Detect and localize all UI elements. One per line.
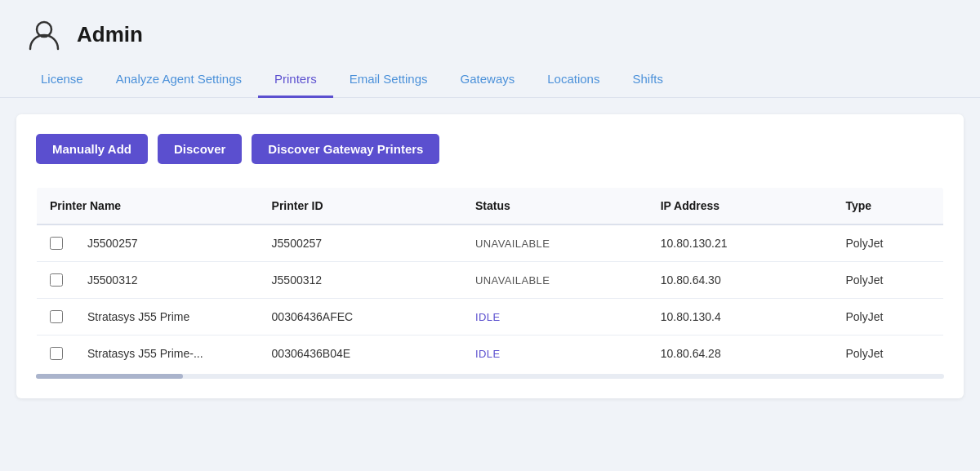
printer-id-2: 00306436AFEC xyxy=(272,310,354,323)
printer-id-0: J5500257 xyxy=(272,237,323,250)
cell-id-1: J5500312 xyxy=(259,262,462,299)
cell-id-0: J5500257 xyxy=(259,224,462,262)
row-checkbox-2[interactable] xyxy=(50,310,63,323)
col-header-type: Type xyxy=(832,188,943,225)
cell-ip-3: 10.80.64.28 xyxy=(648,335,833,372)
tab-email-settings[interactable]: Email Settings xyxy=(333,62,444,98)
printer-name-3: Stratasys J55 Prime-... xyxy=(87,347,203,360)
printer-name-1: J5500312 xyxy=(87,273,138,287)
action-buttons: Manually Add Discover Discover Gateway P… xyxy=(36,134,944,164)
table-row: J5500312 J5500312 UNAVAILABLE 10.80.64.3… xyxy=(37,262,944,299)
page-wrapper: Admin License Analyze Agent Settings Pri… xyxy=(0,0,980,471)
cell-status-0: UNAVAILABLE xyxy=(462,224,648,262)
printer-ip-2: 10.80.130.4 xyxy=(661,310,721,323)
main-content: Manually Add Discover Discover Gateway P… xyxy=(16,114,964,398)
cell-id-2: 00306436AFEC xyxy=(259,299,462,335)
printer-id-1: J5500312 xyxy=(272,273,323,287)
row-checkbox-1[interactable] xyxy=(50,273,63,287)
cell-status-3: IDLE xyxy=(462,335,648,372)
cell-ip-2: 10.80.130.4 xyxy=(648,299,833,335)
tab-gateways[interactable]: Gateways xyxy=(444,62,532,98)
discover-button[interactable]: Discover xyxy=(158,134,242,164)
table-row: J5500257 J5500257 UNAVAILABLE 10.80.130.… xyxy=(37,224,944,262)
scrollbar-thumb[interactable] xyxy=(36,374,183,379)
user-icon xyxy=(24,15,64,54)
cell-type-2: PolyJet xyxy=(832,299,943,335)
tab-analyze-agent-settings[interactable]: Analyze Agent Settings xyxy=(100,62,258,98)
printer-status-1: UNAVAILABLE xyxy=(475,274,550,287)
printer-status-2: IDLE xyxy=(475,311,500,323)
cell-name-1: J5500312 xyxy=(37,262,259,299)
scrollbar-track[interactable] xyxy=(36,374,944,379)
printer-ip-1: 10.80.64.30 xyxy=(661,273,721,287)
printer-status-3: IDLE xyxy=(475,348,500,360)
printer-type-0: PolyJet xyxy=(845,237,883,250)
printer-ip-3: 10.80.64.28 xyxy=(661,347,721,360)
printer-ip-0: 10.80.130.21 xyxy=(661,237,728,250)
cell-name-3: Stratasys J55 Prime-... xyxy=(37,335,259,372)
table-body: J5500257 J5500257 UNAVAILABLE 10.80.130.… xyxy=(37,224,944,372)
table-header: Printer Name Printer ID Status IP Addres… xyxy=(37,188,944,225)
printer-status-0: UNAVAILABLE xyxy=(475,238,550,250)
cell-id-3: 00306436B04E xyxy=(259,335,462,372)
cell-type-1: PolyJet xyxy=(832,262,943,299)
printer-name-0: J5500257 xyxy=(87,237,138,250)
tab-license[interactable]: License xyxy=(24,62,100,98)
col-header-id: Printer ID xyxy=(259,188,462,225)
discover-gateway-button[interactable]: Discover Gateway Printers xyxy=(252,134,439,164)
printer-type-2: PolyJet xyxy=(845,310,883,323)
table-row: Stratasys J55 Prime-... 00306436B04E IDL… xyxy=(37,335,944,372)
cell-type-0: PolyJet xyxy=(832,224,943,262)
cell-name-0: J5500257 xyxy=(37,224,259,262)
page-title: Admin xyxy=(77,22,143,47)
cell-ip-0: 10.80.130.21 xyxy=(648,224,833,262)
col-header-ip: IP Address xyxy=(648,188,833,225)
manually-add-button[interactable]: Manually Add xyxy=(36,134,148,164)
table-row: Stratasys J55 Prime 00306436AFEC IDLE 10… xyxy=(37,299,944,335)
cell-type-3: PolyJet xyxy=(832,335,943,372)
cell-ip-1: 10.80.64.30 xyxy=(648,262,833,299)
tab-shifts[interactable]: Shifts xyxy=(616,62,679,98)
col-header-name: Printer Name xyxy=(37,188,259,225)
col-header-status: Status xyxy=(462,188,648,225)
cell-name-2: Stratasys J55 Prime xyxy=(37,299,259,335)
tab-locations[interactable]: Locations xyxy=(531,62,616,98)
tabs-bar: License Analyze Agent Settings Printers … xyxy=(0,62,980,98)
printer-name-2: Stratasys J55 Prime xyxy=(87,310,189,323)
printer-type-3: PolyJet xyxy=(845,347,883,360)
cell-status-1: UNAVAILABLE xyxy=(462,262,648,299)
printer-type-1: PolyJet xyxy=(845,273,883,287)
tab-printers[interactable]: Printers xyxy=(258,62,333,98)
header: Admin xyxy=(0,0,980,54)
printer-id-3: 00306436B04E xyxy=(272,347,351,360)
row-checkbox-3[interactable] xyxy=(50,347,63,360)
printers-table: Printer Name Printer ID Status IP Addres… xyxy=(36,187,944,372)
cell-status-2: IDLE xyxy=(462,299,648,335)
row-checkbox-0[interactable] xyxy=(50,237,63,250)
